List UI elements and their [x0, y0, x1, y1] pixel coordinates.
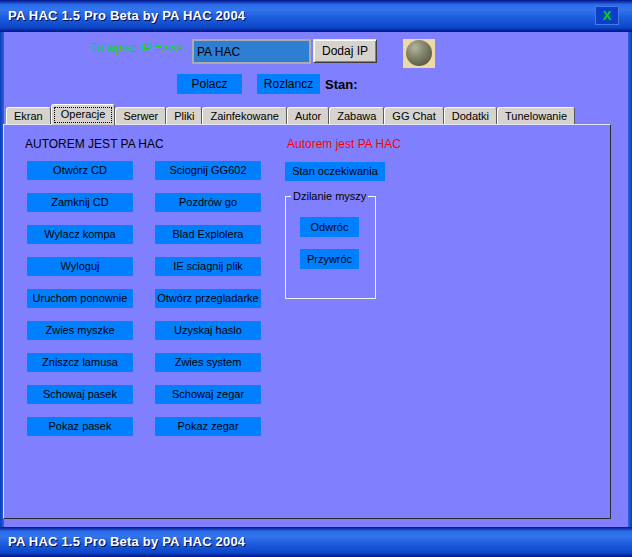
tab-tunelowanie[interactable]: Tunelowanie	[497, 107, 575, 124]
tab-zainfekowane[interactable]: Zainfekowane	[202, 107, 287, 124]
footer-bar: PA HAC 1.5 Pro Beta by PA HAC 2004	[0, 527, 632, 557]
disconnect-button[interactable]: Rozlancz	[257, 74, 320, 94]
tab-autor[interactable]: Autor	[287, 107, 329, 124]
status-label: Stan:	[325, 77, 358, 92]
app-window: PA HAC 1.5 Pro Beta by PA HAC 2004 X Tu …	[0, 0, 632, 557]
status-sphere-icon	[403, 39, 435, 68]
close-icon[interactable]: X	[595, 6, 619, 25]
tab-gg-chat[interactable]: GG Chat	[384, 107, 443, 124]
sphere-icon	[406, 40, 432, 66]
tab-page-operacje	[3, 124, 611, 519]
tab-dodatki[interactable]: Dodatki	[444, 107, 497, 124]
tab-operacje[interactable]: Operacje	[51, 104, 116, 125]
window-title: PA HAC 1.5 Pro Beta by PA HAC 2004	[8, 8, 245, 23]
window-frame-right	[628, 32, 632, 527]
ip-prompt-label: Tu wpisz IP =>>>	[90, 41, 183, 55]
title-bar: PA HAC 1.5 Pro Beta by PA HAC 2004 X	[0, 0, 632, 32]
tab-focus-rect	[54, 107, 113, 123]
tab-zabawa[interactable]: Zabawa	[329, 107, 384, 124]
tab-ekran[interactable]: Ekran	[6, 107, 51, 124]
tab-pliki[interactable]: Pliki	[166, 107, 202, 124]
ip-input[interactable]	[192, 39, 311, 64]
tab-serwer[interactable]: Serwer	[115, 107, 166, 124]
footer-title: PA HAC 1.5 Pro Beta by PA HAC 2004	[8, 534, 245, 549]
tab-strip: Ekran Operacje Serwer Pliki Zainfekowane…	[6, 104, 575, 124]
add-ip-button[interactable]: Dodaj IP	[313, 39, 377, 63]
connect-button[interactable]: Polacz	[177, 74, 242, 94]
